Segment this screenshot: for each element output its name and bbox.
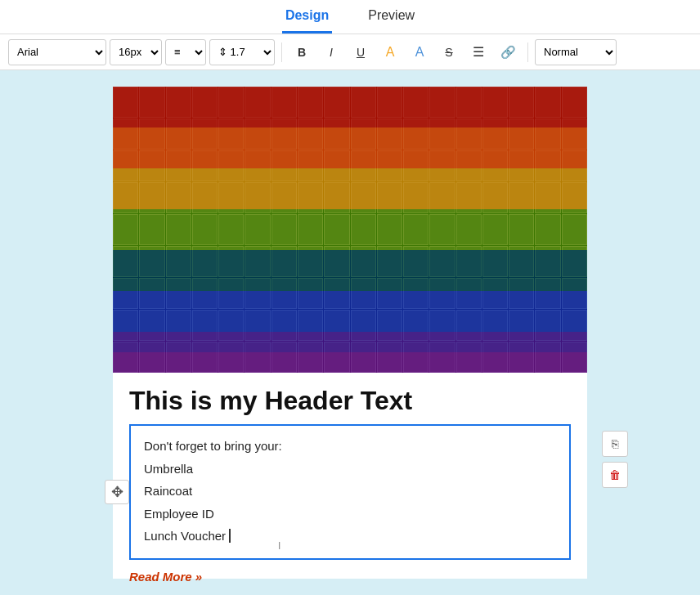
text-item-2: Raincoat [144, 481, 556, 502]
read-more-link[interactable]: Read More » [129, 570, 202, 584]
copy-block-button[interactable]: ⎘ [602, 431, 628, 457]
header-text: This is my Header Text [113, 373, 587, 424]
block-move-handle[interactable]: ✥ [105, 480, 129, 504]
text-item-3: Employee ID [144, 503, 556, 525]
text-item-1: Umbrella [144, 459, 556, 480]
toolbar: Arial Times New Roman Georgia Verdana 10… [0, 34, 700, 70]
list-button[interactable]: ☰ [465, 39, 491, 65]
bg-color-button[interactable]: A [406, 39, 433, 65]
text-intro: Don't forget to bring your: [144, 436, 556, 457]
paragraph-style-select[interactable]: Normal Heading 1 Heading 2 Heading 3 [535, 39, 617, 65]
editor-canvas: // Inline grid generation document.curre… [113, 87, 587, 579]
tab-design[interactable]: Design [282, 0, 332, 34]
text-item-4: Lunch Voucher [144, 526, 556, 547]
toolbar-sep-2 [527, 42, 528, 62]
read-more-section: Read More » [113, 560, 587, 593]
underline-button[interactable]: U [348, 39, 374, 65]
strikethrough-button[interactable]: S [436, 39, 462, 65]
photo-collage: // Inline grid generation document.curre… [113, 87, 587, 373]
move-icon[interactable]: ✥ [105, 480, 129, 504]
line-height-select[interactable]: ⇕ 1.0⇕ 1.2⇕ 1.5 ⇕ 1.7⇕ 2.0 [209, 39, 275, 65]
block-actions: ⎘ 🗑 [602, 431, 628, 488]
text-block[interactable]: Don't forget to bring your: Umbrella Rai… [129, 424, 571, 560]
bold-button[interactable]: B [289, 39, 315, 65]
font-size-select[interactable]: 10px12px14px 16px18px20px24px [110, 39, 162, 65]
italic-button[interactable]: I [318, 39, 344, 65]
text-block-wrapper: ✥ ⎘ 🗑 Don't forget to bring your: Umbrel… [113, 424, 587, 560]
link-button[interactable]: 🔗 [495, 39, 521, 65]
tab-bar: Design Preview [0, 0, 700, 34]
text-align-select[interactable]: ≡⫶⫸ [165, 39, 206, 65]
tab-preview[interactable]: Preview [365, 0, 418, 34]
font-family-select[interactable]: Arial Times New Roman Georgia Verdana [8, 39, 106, 65]
toolbar-sep-1 [281, 42, 282, 62]
text-content: Don't forget to bring your: Umbrella Rai… [144, 436, 556, 547]
highlight-button[interactable]: A [377, 39, 403, 65]
main-editor-area: // Inline grid generation document.curre… [0, 70, 700, 595]
delete-block-button[interactable]: 🗑 [602, 462, 628, 488]
text-cursor [226, 529, 231, 543]
